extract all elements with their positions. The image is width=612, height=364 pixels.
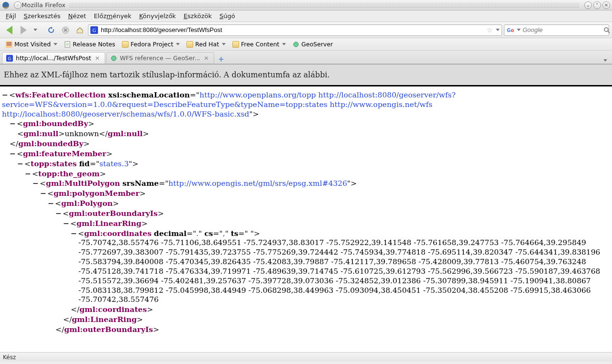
bookmark-geoserver[interactable]: GeoServer <box>290 40 336 49</box>
bookmark-star-icon[interactable]: ☆ <box>487 26 493 34</box>
tab-overflow-button[interactable] <box>600 57 610 64</box>
collapse-toggle[interactable]: − <box>10 149 16 158</box>
content-scroll[interactable]: Ehhez az XML-fájlhoz nem tartozik stílus… <box>0 64 612 352</box>
xml-tag: gml:null <box>108 129 142 138</box>
bookmark-label: Most Visited <box>14 41 51 48</box>
collapse-toggle[interactable]: − <box>55 209 62 218</box>
tab-label: http://local.../TestWfsPost <box>16 54 91 62</box>
url-dropdown-icon[interactable] <box>496 29 500 31</box>
url-bar[interactable]: G ☆ <box>88 24 502 36</box>
xml-tag: gml:null <box>23 129 58 138</box>
menubar: Fájl Szerkesztés Nézet Előzmények Könyvj… <box>0 11 612 22</box>
xml-tag: gml:outerBoundaryIs <box>64 325 153 334</box>
svg-text:G: G <box>8 56 11 61</box>
maximize-button[interactable]: ⌃ <box>593 1 601 9</box>
new-tab-button[interactable]: + <box>217 55 226 64</box>
home-button[interactable] <box>74 24 86 36</box>
page-icon <box>64 41 71 48</box>
collapse-toggle[interactable]: − <box>40 189 46 198</box>
xml-tag: topp:states <box>31 159 77 168</box>
content-viewport: Ehhez az XML-fájlhoz nem tartozik stílus… <box>0 64 612 352</box>
collapse-toggle[interactable]: − <box>10 119 16 128</box>
google-icon: Go <box>506 26 514 34</box>
search-go-icon[interactable] <box>603 27 610 33</box>
bookmark-label: Release Notes <box>73 41 115 48</box>
xml-tag: topp:the_geom <box>38 169 99 178</box>
back-arrow-icon <box>6 26 12 34</box>
menu-history[interactable]: Előzmények <box>90 11 135 21</box>
xml-text: unknown <box>65 129 99 138</box>
xml-no-stylesheet-banner: Ehhez az XML-fájlhoz nem tartozik stílus… <box>0 64 612 86</box>
tab-favicon <box>110 55 117 62</box>
forward-button[interactable] <box>17 24 30 36</box>
xml-coordinates-text: -75.70742,38.557476 -75.71106,38.649551 … <box>71 238 610 305</box>
bookmark-release-notes[interactable]: Release Notes <box>61 40 118 49</box>
collapse-toggle[interactable]: − <box>71 229 77 238</box>
home-icon <box>76 26 84 34</box>
chevron-down-icon <box>282 43 286 45</box>
titlebar: ◦ Mozilla Firefox ⌄ ⌃ ✕ <box>0 0 612 11</box>
folder-icon <box>186 41 193 48</box>
bookmark-label: GeoServer <box>301 41 333 48</box>
xml-attr-value: http://www.opengis.net/gml/srs/epsg.xml#… <box>168 179 347 188</box>
search-bar[interactable]: Go <box>504 24 609 36</box>
collapse-toggle[interactable]: − <box>48 199 54 208</box>
bookmarks-toolbar: Most Visited Release Notes Fedora Projec… <box>0 38 612 51</box>
minimize-button[interactable]: ⌄ <box>584 1 592 9</box>
tab-wfs-reference[interactable]: WFS reference — GeoSer... ✕ <box>106 52 214 64</box>
xml-tag: gml:coordinates <box>79 305 147 314</box>
tab-close-icon[interactable]: ✕ <box>203 55 210 62</box>
menu-file[interactable]: Fájl <box>2 11 20 21</box>
titlebar-drag[interactable] <box>69 3 579 8</box>
xml-tag: gml:LinearRing <box>72 315 137 324</box>
search-engine-dropdown-icon[interactable] <box>517 29 521 31</box>
collapse-toggle[interactable]: − <box>33 179 39 188</box>
svg-rect-10 <box>7 44 11 45</box>
bookmark-most-visited[interactable]: Most Visited <box>3 40 60 49</box>
most-visited-icon <box>6 41 12 48</box>
status-text: Kész <box>3 354 16 361</box>
menu-bookmarks[interactable]: Könyvjelzők <box>135 11 180 21</box>
menu-edit[interactable]: Szerkesztés <box>20 11 65 21</box>
chevron-down-icon <box>54 43 57 45</box>
svg-line-7 <box>608 31 610 33</box>
tab-favicon: G <box>6 55 13 62</box>
stop-button[interactable] <box>59 24 72 36</box>
collapse-toggle[interactable]: − <box>63 219 69 228</box>
reload-button[interactable] <box>45 24 57 36</box>
xml-tag: gml:polygonMember <box>54 189 140 198</box>
xml-tag: gml:boundedBy <box>18 139 83 148</box>
site-favicon: G <box>90 26 98 34</box>
chevron-down-icon <box>33 29 37 31</box>
tab-bar: G http://local.../TestWfsPost ✕ WFS refe… <box>0 51 612 64</box>
tab-close-icon[interactable]: ✕ <box>94 55 101 62</box>
tab-testwfspost[interactable]: G http://local.../TestWfsPost ✕ <box>2 52 105 64</box>
menu-view[interactable]: Nézet <box>64 11 90 21</box>
window-title: Mozilla Firefox <box>22 1 66 9</box>
chevron-down-icon <box>603 59 607 62</box>
collapse-toggle[interactable]: − <box>17 159 23 168</box>
url-input[interactable] <box>101 26 485 33</box>
history-dropdown[interactable] <box>32 24 38 36</box>
bookmark-label: Fedora Project <box>131 41 173 48</box>
xml-tag: gml:featureMember <box>23 149 106 158</box>
folder-icon <box>122 41 129 48</box>
close-button[interactable]: ✕ <box>602 1 610 9</box>
bookmark-redhat[interactable]: Red Hat <box>184 40 229 49</box>
xml-tag: gml:Polygon <box>61 199 113 208</box>
bookmark-free-content[interactable]: Free Content <box>230 40 289 49</box>
forward-arrow-icon <box>21 26 27 34</box>
back-button[interactable] <box>3 24 15 36</box>
svg-text:G: G <box>92 28 96 33</box>
xml-tag: gml:boundedBy <box>23 119 88 128</box>
search-input[interactable] <box>523 26 603 33</box>
svg-point-12 <box>66 43 69 46</box>
menu-help[interactable]: Súgó <box>216 11 239 21</box>
xml-tree: −<wfs:FeatureCollection xsi:schemaLocati… <box>0 86 612 346</box>
bookmark-fedora[interactable]: Fedora Project <box>119 40 183 49</box>
chevron-down-icon <box>176 43 180 45</box>
collapse-toggle[interactable]: − <box>25 169 31 178</box>
menu-tools[interactable]: Eszközök <box>180 11 216 21</box>
collapse-toggle[interactable]: − <box>2 90 8 99</box>
window-menu-button[interactable]: ◦ <box>14 1 22 9</box>
